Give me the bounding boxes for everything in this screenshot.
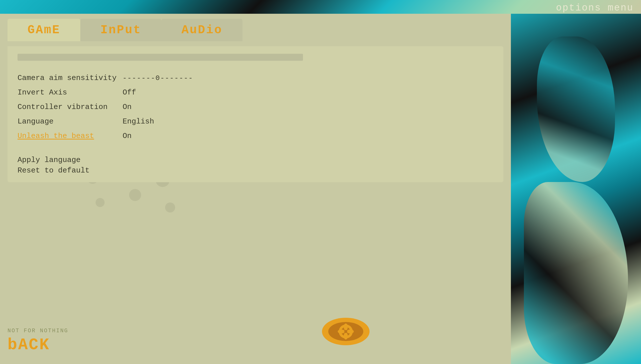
svg-point-4 bbox=[344, 324, 348, 330]
setting-value-controller-vibration[interactable]: On bbox=[123, 103, 132, 111]
svg-point-8 bbox=[344, 330, 347, 333]
setting-row-invert-axis: Invert Axis Off bbox=[18, 85, 493, 100]
search-bar[interactable] bbox=[18, 54, 303, 61]
right-decorative-panel bbox=[511, 0, 641, 364]
tab-game[interactable]: GAmE bbox=[8, 19, 80, 41]
setting-label-camera-sensitivity: Camera aim sensitivity bbox=[18, 74, 123, 82]
setting-value-camera-sensitivity[interactable]: -------0------- bbox=[123, 74, 193, 82]
setting-row-unleash-beast: Unleash the beast On bbox=[18, 129, 493, 143]
setting-label-unleash-beast[interactable]: Unleash the beast bbox=[18, 132, 123, 140]
bottom-area: NOT FOR NOTHING bACK bbox=[8, 328, 68, 354]
top-banner bbox=[0, 0, 641, 14]
setting-value-invert-axis[interactable]: Off bbox=[123, 88, 136, 97]
tab-input[interactable]: InPut bbox=[80, 19, 161, 41]
tab-audio[interactable]: AuDio bbox=[161, 19, 242, 41]
setting-label-language: Language bbox=[18, 117, 123, 126]
logo-area bbox=[321, 315, 371, 349]
svg-point-5 bbox=[344, 332, 348, 340]
setting-label-invert-axis: Invert Axis bbox=[18, 88, 123, 97]
settings-panel: Camera aim sensitivity -------0------- I… bbox=[8, 46, 503, 182]
main-content-area: GAmE InPut AuDio Camera aim sensitivity … bbox=[0, 14, 511, 364]
options-menu-title: options menu bbox=[556, 2, 633, 13]
svg-point-6 bbox=[338, 330, 345, 334]
action-buttons: Apply language Reset to default bbox=[18, 156, 493, 175]
back-button[interactable]: bACK bbox=[8, 336, 68, 354]
game-logo-icon bbox=[321, 315, 371, 348]
svg-point-7 bbox=[347, 330, 354, 334]
setting-label-controller-vibration: Controller vibration bbox=[18, 103, 123, 111]
setting-row-controller-vibration: Controller vibration On bbox=[18, 100, 493, 114]
setting-value-language[interactable]: English bbox=[123, 117, 154, 126]
reset-to-default-button[interactable]: Reset to default bbox=[18, 166, 90, 175]
settings-list: Camera aim sensitivity -------0------- I… bbox=[18, 71, 493, 143]
tagline-text: NOT FOR NOTHING bbox=[8, 328, 68, 334]
tabs-row: GAmE InPut AuDio bbox=[0, 14, 511, 46]
setting-row-language: Language English bbox=[18, 114, 493, 129]
setting-row-camera-sensitivity: Camera aim sensitivity -------0------- bbox=[18, 71, 493, 85]
setting-value-unleash-beast[interactable]: On bbox=[123, 132, 132, 140]
apply-language-button[interactable]: Apply language bbox=[18, 156, 81, 164]
